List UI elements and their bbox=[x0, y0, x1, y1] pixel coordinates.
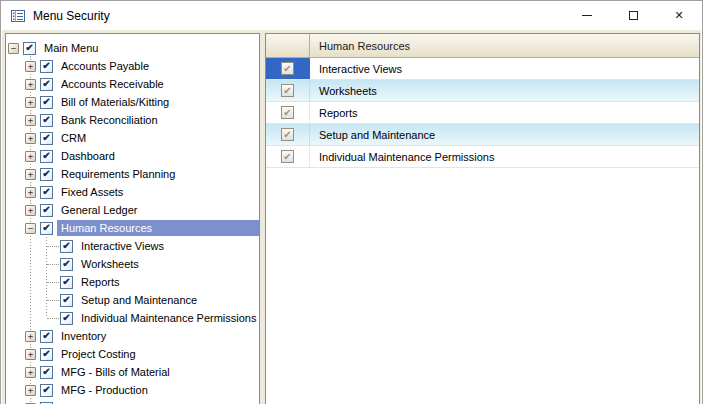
tree-item-label[interactable]: MFG - Routing & Resources bbox=[57, 400, 203, 404]
tree-item-label[interactable]: Bill of Materials/Kitting bbox=[57, 94, 173, 110]
tree-item[interactable]: + ✔ Fixed Assets bbox=[6, 183, 259, 201]
tree-item-checkbox[interactable]: ✔ bbox=[40, 78, 53, 91]
tree-item[interactable]: + ✔ MFG - Bills of Material bbox=[6, 363, 259, 381]
expand-toggle-icon[interactable]: + bbox=[25, 169, 36, 180]
tree-item[interactable]: + ✔ Bank Reconciliation bbox=[6, 111, 259, 129]
tree-item-label[interactable]: MFG - Production bbox=[57, 382, 152, 398]
tree-item-checkbox[interactable]: ✔ bbox=[60, 240, 73, 253]
close-button[interactable]: ✕ bbox=[656, 1, 702, 30]
expand-toggle-icon[interactable]: + bbox=[25, 187, 36, 198]
grid-row[interactable]: ✔ Reports bbox=[266, 102, 699, 124]
tree-item-checkbox[interactable]: ✔ bbox=[40, 132, 53, 145]
tree-item[interactable]: + ✔ General Ledger bbox=[6, 201, 259, 219]
tree-item-checkbox[interactable]: ✔ bbox=[40, 114, 53, 127]
tree-item-label[interactable]: Project Costing bbox=[57, 346, 140, 362]
grid-checkbox-cell[interactable]: ✔ bbox=[266, 80, 310, 101]
tree-item-label[interactable]: Main Menu bbox=[40, 40, 102, 56]
expand-toggle-icon[interactable]: + bbox=[25, 97, 36, 108]
tree-item-label[interactable]: CRM bbox=[57, 130, 90, 146]
grid-row[interactable]: ✔ Worksheets bbox=[266, 80, 699, 102]
grid-row-checkbox[interactable]: ✔ bbox=[281, 84, 294, 97]
tree-item[interactable]: ✔ Setup and Maintenance bbox=[6, 291, 259, 309]
tree-item-label[interactable]: Inventory bbox=[57, 328, 110, 344]
expand-toggle-icon[interactable]: + bbox=[25, 205, 36, 216]
tree-item-label[interactable]: Setup and Maintenance bbox=[77, 292, 201, 308]
grid-row-checkbox[interactable]: ✔ bbox=[281, 62, 294, 75]
tree-item-checkbox[interactable]: ✔ bbox=[23, 42, 36, 55]
tree-item[interactable]: + ✔ Accounts Receivable bbox=[6, 75, 259, 93]
minimize-icon bbox=[582, 15, 592, 16]
tree-item-label[interactable]: Worksheets bbox=[77, 256, 143, 272]
expand-toggle-icon[interactable]: + bbox=[25, 367, 36, 378]
expand-toggle-icon[interactable]: + bbox=[25, 61, 36, 72]
tree-item-label[interactable]: Reports bbox=[77, 274, 124, 290]
expand-toggle-icon[interactable]: + bbox=[25, 151, 36, 162]
tree-item[interactable]: ✔ Individual Maintenance Permissions bbox=[6, 309, 259, 327]
tree-item-checkbox[interactable]: ✔ bbox=[40, 186, 53, 199]
tree-item[interactable]: + ✔ Accounts Payable bbox=[6, 57, 259, 75]
tree-item-label[interactable]: Requirements Planning bbox=[57, 166, 179, 182]
tree-item-checkbox[interactable]: ✔ bbox=[40, 96, 53, 109]
tree-item[interactable]: + ✔ Inventory bbox=[6, 327, 259, 345]
tree-item-checkbox[interactable]: ✔ bbox=[40, 204, 53, 217]
expand-toggle-icon[interactable]: − bbox=[25, 223, 36, 234]
expand-toggle-icon[interactable]: + bbox=[25, 133, 36, 144]
grid-row[interactable]: ✔ Setup and Maintenance bbox=[266, 124, 699, 146]
tree-item-checkbox[interactable]: ✔ bbox=[60, 258, 73, 271]
tree-item-label[interactable]: Bank Reconciliation bbox=[57, 112, 162, 128]
tree-item[interactable]: + ✔ MFG - Routing & Resources bbox=[6, 399, 259, 404]
tree-item[interactable]: + ✔ CRM bbox=[6, 129, 259, 147]
grid-checkbox-cell[interactable]: ✔ bbox=[266, 146, 310, 167]
tree-item-checkbox[interactable]: ✔ bbox=[40, 348, 53, 361]
tree-item[interactable]: ✔ Reports bbox=[6, 273, 259, 291]
tree-item[interactable]: ✔ Worksheets bbox=[6, 255, 259, 273]
tree-item-checkbox[interactable]: ✔ bbox=[60, 312, 73, 325]
tree-item-label[interactable]: Individual Maintenance Permissions bbox=[77, 310, 260, 326]
tree-item[interactable]: + ✔ Dashboard bbox=[6, 147, 259, 165]
grid-row-checkbox[interactable]: ✔ bbox=[281, 128, 294, 141]
expand-toggle-icon[interactable]: + bbox=[25, 115, 36, 126]
tree-item-label[interactable]: Human Resources bbox=[57, 220, 259, 236]
tree-item-label[interactable]: Accounts Payable bbox=[57, 58, 153, 74]
grid-row-checkbox[interactable]: ✔ bbox=[281, 106, 294, 119]
tree-item-label[interactable]: General Ledger bbox=[57, 202, 141, 218]
expand-toggle-icon[interactable]: + bbox=[25, 79, 36, 90]
tree-item-checkbox[interactable]: ✔ bbox=[40, 168, 53, 181]
tree-item-checkbox[interactable]: ✔ bbox=[40, 384, 53, 397]
grid-row-label: Reports bbox=[310, 102, 358, 123]
grid-row[interactable]: ✔ Individual Maintenance Permissions bbox=[266, 146, 699, 168]
tree-item-label[interactable]: Accounts Receivable bbox=[57, 76, 168, 92]
check-icon: ✔ bbox=[62, 295, 70, 305]
check-icon: ✔ bbox=[42, 115, 50, 125]
tree-item-label[interactable]: Dashboard bbox=[57, 148, 119, 164]
tree-item-checkbox[interactable]: ✔ bbox=[60, 276, 73, 289]
grid-row[interactable]: ✔ Interactive Views bbox=[266, 58, 699, 80]
grid-checkbox-cell[interactable]: ✔ bbox=[266, 124, 310, 145]
tree-item-label[interactable]: MFG - Bills of Material bbox=[57, 364, 174, 380]
expand-toggle-icon[interactable]: − bbox=[8, 43, 19, 54]
expand-toggle-icon[interactable]: + bbox=[25, 349, 36, 360]
tree-item[interactable]: + ✔ MFG - Production bbox=[6, 381, 259, 399]
tree-item-checkbox[interactable]: ✔ bbox=[60, 294, 73, 307]
tree-item-label[interactable]: Interactive Views bbox=[77, 238, 168, 254]
tree-item-label[interactable]: Fixed Assets bbox=[57, 184, 127, 200]
minimize-button[interactable] bbox=[564, 1, 610, 30]
tree-item[interactable]: − ✔ Main Menu bbox=[6, 39, 259, 57]
grid-row-checkbox[interactable]: ✔ bbox=[281, 150, 294, 163]
tree-item[interactable]: + ✔ Requirements Planning bbox=[6, 165, 259, 183]
tree-item-checkbox[interactable]: ✔ bbox=[40, 60, 53, 73]
tree-item[interactable]: + ✔ Project Costing bbox=[6, 345, 259, 363]
tree-item[interactable]: − ✔ Human Resources bbox=[6, 219, 259, 237]
check-icon: ✔ bbox=[62, 241, 70, 251]
tree-item-checkbox[interactable]: ✔ bbox=[40, 366, 53, 379]
tree-item-checkbox[interactable]: ✔ bbox=[40, 222, 53, 235]
grid-checkbox-cell[interactable]: ✔ bbox=[266, 58, 310, 79]
expand-toggle-icon[interactable]: + bbox=[25, 331, 36, 342]
expand-toggle-icon[interactable]: + bbox=[25, 385, 36, 396]
tree-item-checkbox[interactable]: ✔ bbox=[40, 150, 53, 163]
tree-item[interactable]: ✔ Interactive Views bbox=[6, 237, 259, 255]
tree-item-checkbox[interactable]: ✔ bbox=[40, 330, 53, 343]
maximize-button[interactable] bbox=[610, 1, 656, 30]
tree-item[interactable]: + ✔ Bill of Materials/Kitting bbox=[6, 93, 259, 111]
grid-checkbox-cell[interactable]: ✔ bbox=[266, 102, 310, 123]
